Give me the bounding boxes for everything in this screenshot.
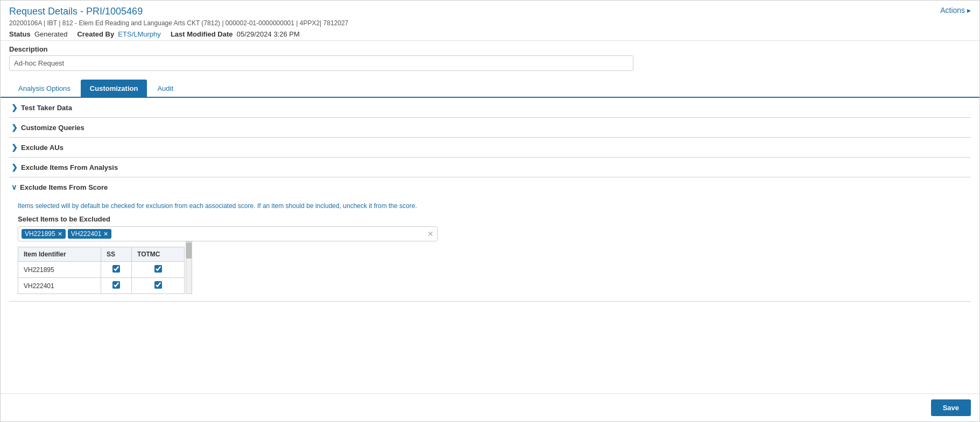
tab-analysis-options[interactable]: Analysis Options xyxy=(9,80,80,97)
accordion-header-exclude-items-score[interactable]: ∨ Exclude Items From Score xyxy=(9,177,971,197)
tab-audit[interactable]: Audit xyxy=(148,80,182,97)
tag-vh222401-label: VH222401 xyxy=(71,230,102,238)
items-table-container: Item Identifier SS TOTMC VH221895 xyxy=(18,241,185,294)
actions-link[interactable]: Actions ▸ xyxy=(940,6,971,15)
accordion-label-exclude-items-analysis: Exclude Items From Analysis xyxy=(21,163,118,171)
accordion-content-exclude-items-score: Items selected will by default be checke… xyxy=(9,197,971,301)
col-item-identifier: Item Identifier xyxy=(18,247,101,262)
save-button[interactable]: Save xyxy=(931,399,971,416)
accordion-test-taker-data: ❯ Test Taker Data xyxy=(9,98,971,118)
item-ss-vh222401[interactable] xyxy=(101,278,131,294)
description-input[interactable] xyxy=(9,55,633,71)
accordion-exclude-items-score: ∨ Exclude Items From Score Items selecte… xyxy=(9,177,971,302)
chevron-right-icon-4: ❯ xyxy=(11,163,18,171)
items-table: Item Identifier SS TOTMC VH221895 xyxy=(18,247,185,294)
accordion-label-exclude-aus: Exclude AUs xyxy=(21,144,64,152)
accordion-header-customize-queries[interactable]: ❯ Customize Queries xyxy=(9,118,971,137)
item-id-vh221895: VH221895 xyxy=(18,262,101,278)
page-header: Request Details - PRI/1005469 Actions ▸ … xyxy=(1,1,979,41)
exclude-info-text: Items selected will by default be checke… xyxy=(18,202,962,210)
tab-customization[interactable]: Customization xyxy=(81,80,147,97)
footer-bar: Save xyxy=(1,394,979,421)
description-section: Description xyxy=(1,41,979,75)
status-label: Status xyxy=(9,30,31,38)
accordion-label-test-taker-data: Test Taker Data xyxy=(21,104,72,112)
select-items-label: Select Items to be Excluded xyxy=(18,215,962,223)
created-by-value: ETS/LMurphy xyxy=(118,30,160,38)
accordion-header-exclude-items-analysis[interactable]: ❯ Exclude Items From Analysis xyxy=(9,158,971,177)
last-modified-value: 05/29/2024 3:26 PM xyxy=(237,30,300,38)
description-label: Description xyxy=(9,45,971,53)
tag-vh221895[interactable]: VH221895 ✕ xyxy=(22,229,66,239)
tag-vh221895-remove[interactable]: ✕ xyxy=(58,231,62,238)
subtitle: 20200106A | IBT | 812 - Elem Ed Reading … xyxy=(9,19,971,27)
chevron-right-icon: ❯ xyxy=(11,103,18,112)
accordion-exclude-aus: ❯ Exclude AUs xyxy=(9,138,971,158)
table-row: VH221895 xyxy=(18,262,185,278)
tag-input-wrapper[interactable]: VH221895 ✕ VH222401 ✕ ✕ xyxy=(18,226,438,241)
meta-row: Status Generated Created By ETS/LMurphy … xyxy=(9,30,971,38)
checkbox-ss-vh222401[interactable] xyxy=(112,281,120,289)
tab-content: ❯ Test Taker Data ❯ Customize Queries ❯ … xyxy=(1,98,979,388)
item-id-vh222401: VH222401 xyxy=(18,278,101,294)
tag-input-clear[interactable]: ✕ xyxy=(427,230,434,238)
item-totmc-vh222401[interactable] xyxy=(132,278,185,294)
table-row: VH222401 xyxy=(18,278,185,294)
accordion-exclude-items-analysis: ❯ Exclude Items From Analysis xyxy=(9,158,971,177)
item-totmc-vh221895[interactable] xyxy=(132,262,185,278)
page-title: Request Details - PRI/1005469 xyxy=(9,6,143,17)
accordion-header-exclude-aus[interactable]: ❯ Exclude AUs xyxy=(9,138,971,157)
accordion-label-exclude-items-score: Exclude Items From Score xyxy=(20,183,108,191)
col-totmc: TOTMC xyxy=(132,247,185,262)
created-by-label: Created By xyxy=(77,30,114,38)
accordion-customize-queries: ❯ Customize Queries xyxy=(9,118,971,138)
checkbox-totmc-vh222401[interactable] xyxy=(154,281,162,289)
scrollbar-vertical[interactable] xyxy=(186,241,192,294)
accordion-label-customize-queries: Customize Queries xyxy=(21,124,84,132)
status-value: Generated xyxy=(34,30,67,38)
item-ss-vh221895[interactable] xyxy=(101,262,131,278)
tag-vh222401-remove[interactable]: ✕ xyxy=(103,231,108,238)
last-modified-label: Last Modified Date xyxy=(171,30,233,38)
checkbox-ss-vh221895[interactable] xyxy=(112,265,120,273)
chevron-right-icon-3: ❯ xyxy=(11,143,18,152)
chevron-down-icon: ∨ xyxy=(11,183,17,191)
chevron-right-icon-2: ❯ xyxy=(11,123,18,132)
col-ss: SS xyxy=(101,247,131,262)
accordion-header-test-taker-data[interactable]: ❯ Test Taker Data xyxy=(9,98,971,117)
checkbox-totmc-vh221895[interactable] xyxy=(154,265,162,273)
scroll-thumb[interactable] xyxy=(186,242,192,259)
tag-vh221895-label: VH221895 xyxy=(25,230,55,238)
tabs-bar: Analysis Options Customization Audit xyxy=(1,80,979,98)
tag-vh222401[interactable]: VH222401 ✕ xyxy=(68,229,112,239)
